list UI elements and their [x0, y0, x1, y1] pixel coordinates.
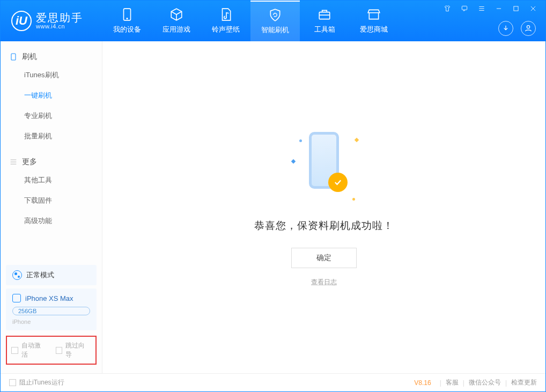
- wechat-link[interactable]: 微信公众号: [469, 378, 501, 387]
- view-log-link[interactable]: 查看日志: [311, 278, 337, 287]
- check-update-link[interactable]: 检查更新: [511, 378, 537, 387]
- header-bar: iU 爱思助手 www.i4.cn 我的设备 应用游戏 铃声壁纸 智能刷机 工具…: [1, 1, 545, 41]
- checkbox-box: [56, 347, 63, 354]
- nav-header-label: 更多: [22, 157, 37, 167]
- svg-point-12: [527, 26, 529, 28]
- header-action-circles: [498, 21, 536, 36]
- svg-rect-2: [319, 12, 330, 19]
- tab-label: 我的设备: [113, 25, 141, 34]
- checkbox-block-itunes[interactable]: 阻止iTunes运行: [9, 378, 64, 387]
- account-button[interactable]: [521, 21, 536, 36]
- device-storage: 256GB: [12, 307, 90, 315]
- device-small-icon: [9, 53, 18, 61]
- app-url: www.i4.cn: [36, 23, 83, 29]
- tab-toolbox[interactable]: 工具箱: [300, 1, 349, 41]
- shirt-icon[interactable]: [441, 4, 453, 13]
- nav-item-batch-flash[interactable]: 批量刷机: [1, 126, 102, 146]
- support-link[interactable]: 客服: [446, 378, 459, 387]
- footer-bar: 阻止iTunes运行 V8.16 | 客服 | 微信公众号 | 检查更新: [1, 373, 545, 391]
- success-title: 恭喜您，保资料刷机成功啦！: [254, 219, 394, 233]
- mode-icon: [12, 270, 22, 280]
- tab-label: 应用游戏: [163, 25, 190, 34]
- footer-right: V8.16 | 客服 | 微信公众号 | 检查更新: [414, 378, 537, 387]
- shield-refresh-icon: [268, 8, 282, 22]
- tab-label: 智能刷机: [261, 25, 289, 35]
- version-label: V8.16: [414, 379, 431, 387]
- tab-smart-flash[interactable]: 智能刷机: [250, 0, 300, 41]
- ok-button[interactable]: 确定: [291, 248, 357, 268]
- checkbox-box: [11, 347, 18, 354]
- minimize-button[interactable]: [493, 4, 505, 13]
- tab-apps[interactable]: 应用游戏: [152, 1, 201, 41]
- separator: |: [440, 379, 441, 387]
- nav-item-onekey-flash[interactable]: 一键刷机: [1, 85, 102, 106]
- device-card[interactable]: iPhone XS Max 256GB iPhone: [6, 289, 97, 330]
- tab-my-device[interactable]: 我的设备: [102, 1, 152, 41]
- nav-item-pro-flash[interactable]: 专业刷机: [1, 106, 102, 126]
- body: 刷机 iTunes刷机 一键刷机 专业刷机 批量刷机 更多 其他工具 下载固件 …: [1, 41, 545, 373]
- main-content: 恭喜您，保资料刷机成功啦！ 确定 查看日志: [102, 41, 545, 373]
- nav-item-other-tools[interactable]: 其他工具: [1, 170, 102, 190]
- svg-rect-13: [11, 54, 16, 60]
- app-name: 爱思助手: [36, 12, 83, 23]
- checkbox-skip-guide[interactable]: 跳过向导: [56, 341, 92, 359]
- feedback-icon[interactable]: [459, 4, 470, 13]
- close-button[interactable]: [527, 4, 539, 13]
- mode-card[interactable]: 正常模式: [6, 265, 97, 285]
- nav-header-more: 更多: [1, 154, 102, 170]
- checkbox-label: 自动激活: [21, 341, 47, 359]
- device-icon: [12, 294, 21, 302]
- logo-icon: iU: [11, 11, 32, 31]
- logo-text: 爱思助手 www.i4.cn: [36, 12, 83, 29]
- logo-block: iU 爱思助手 www.i4.cn: [1, 11, 102, 31]
- checkbox-label: 阻止iTunes运行: [19, 378, 64, 387]
- dot-icon: [352, 198, 355, 201]
- store-icon: [367, 8, 381, 21]
- main-tabs: 我的设备 应用游戏 铃声壁纸 智能刷机 工具箱 爱思商城: [102, 1, 399, 41]
- checkbox-label: 跳过向导: [65, 341, 91, 359]
- svg-point-1: [127, 18, 128, 19]
- highlighted-checkbox-row: 自动激活 跳过向导: [6, 336, 97, 365]
- check-badge-icon: [328, 173, 348, 192]
- tab-label: 铃声壁纸: [212, 25, 240, 34]
- mode-label: 正常模式: [26, 270, 54, 280]
- tab-ringtones[interactable]: 铃声壁纸: [201, 1, 250, 41]
- separator: |: [505, 379, 507, 387]
- window-controls: [441, 4, 539, 13]
- nav-item-download-firmware[interactable]: 下载固件: [1, 190, 102, 211]
- device-name: iPhone XS Max: [25, 294, 73, 302]
- success-illustration: [286, 128, 361, 203]
- svg-rect-4: [462, 6, 467, 10]
- sidebar: 刷机 iTunes刷机 一键刷机 专业刷机 批量刷机 更多 其他工具 下载固件 …: [1, 41, 102, 373]
- nav-group-more: 更多 其他工具 下载固件 高级功能: [1, 146, 102, 231]
- nav-header-label: 刷机: [22, 52, 37, 62]
- checkbox-auto-activate[interactable]: 自动激活: [11, 341, 47, 359]
- dot-icon: [299, 139, 302, 142]
- nav-item-advanced[interactable]: 高级功能: [1, 211, 102, 231]
- download-button[interactable]: [498, 21, 513, 36]
- checkbox-box: [9, 379, 16, 386]
- nav-group-flash: 刷机 iTunes刷机 一键刷机 专业刷机 批量刷机: [1, 41, 102, 146]
- tab-store[interactable]: 爱思商城: [349, 1, 399, 41]
- nav-header-flash: 刷机: [1, 49, 102, 65]
- sparkle-icon: [355, 138, 359, 142]
- device-type: iPhone: [12, 319, 90, 325]
- list-icon: [9, 158, 18, 166]
- phone-icon: [120, 8, 134, 21]
- tab-label: 工具箱: [314, 25, 335, 34]
- cube-icon: [169, 8, 183, 21]
- sparkle-icon: [291, 159, 296, 164]
- sidebar-bottom: 正常模式 iPhone XS Max 256GB iPhone 自动激活 跳过向…: [1, 262, 102, 373]
- menu-icon[interactable]: [476, 4, 488, 13]
- tab-label: 爱思商城: [360, 25, 388, 34]
- music-file-icon: [219, 8, 233, 21]
- toolbox-icon: [318, 8, 331, 21]
- maximize-button[interactable]: [510, 4, 522, 13]
- separator: |: [463, 379, 464, 387]
- svg-rect-9: [514, 6, 518, 11]
- nav-item-itunes-flash[interactable]: iTunes刷机: [1, 65, 102, 85]
